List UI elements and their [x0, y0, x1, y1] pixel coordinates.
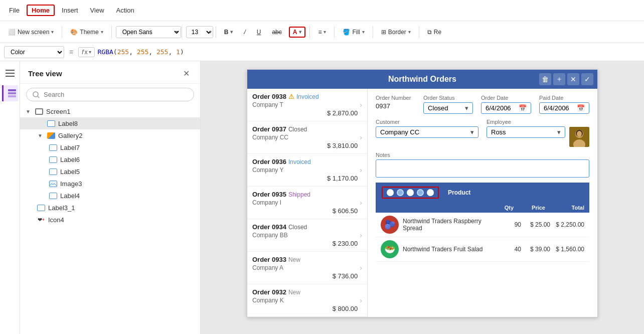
order-number-value: 0937	[376, 102, 415, 110]
order-info-0934: Order 0934 Closed Company BB $ 230.00	[252, 223, 358, 247]
tree-search-container	[26, 88, 194, 101]
order-item-0932[interactable]: Order 0932 New Company K $ 800.00 ›	[247, 284, 367, 317]
order-chevron-0936: ›	[360, 166, 362, 174]
fill-button[interactable]: 🪣 Fill ▾	[339, 27, 368, 38]
order-company-0938: Company T	[252, 101, 358, 108]
col-price-header: Price	[518, 205, 545, 211]
order-item-0933[interactable]: Order 0933 New Company A $ 736.00 ›	[247, 252, 367, 284]
toggle-gallery2[interactable]: ▼	[36, 133, 44, 138]
italic-button[interactable]: /	[240, 27, 249, 38]
underline-button[interactable]: U	[253, 27, 265, 38]
label6-label: Label6	[60, 156, 196, 163]
notes-input[interactable]	[376, 159, 589, 178]
svg-rect-2	[6, 76, 15, 77]
order-item-0937[interactable]: Order 0937 Closed Company CC $ 3,810.00 …	[247, 121, 367, 154]
order-item-0938[interactable]: Order 0938 ⚠ Invoiced Company T $ 2,870.…	[247, 89, 367, 121]
menu-insert[interactable]: Insert	[57, 5, 83, 16]
tree-item-label6[interactable]: Label6	[20, 153, 200, 165]
radio-dot-1[interactable]	[387, 189, 394, 196]
field-order-status: Order Status Closed ▾	[423, 95, 473, 114]
menu-action[interactable]: Action	[111, 5, 139, 16]
employee-select[interactable]: Ross ▾	[487, 126, 565, 138]
screen-icon	[34, 107, 44, 115]
tree-item-label5[interactable]: Label5	[20, 165, 200, 178]
canvas-area: Northwind Orders 🗑 ＋ ✕ ✓ Order 0938	[201, 61, 644, 334]
products-header: Product	[376, 183, 589, 203]
fx-button[interactable]: f x ▾	[78, 47, 94, 57]
product-total-2: $ 1,560.00	[554, 246, 584, 253]
close-button[interactable]: ✕	[567, 73, 579, 85]
font-size-select[interactable]: 13 11 14 16	[186, 26, 213, 38]
product-qty-1: 90	[506, 221, 521, 228]
order-amount-0934: $ 230.00	[252, 240, 358, 247]
detail-row-2: Customer Company CC ▾ Employee Ross	[376, 119, 589, 147]
order-chevron-0937: ›	[360, 133, 362, 141]
order-num-text-0932: Order 0932	[252, 288, 286, 296]
label5-label: Label5	[60, 168, 196, 176]
tree-item-gallery2[interactable]: ▼ Gallery2	[20, 129, 200, 141]
border-button[interactable]: ⊞ Border ▾	[377, 27, 415, 38]
app-header: Northwind Orders 🗑 ＋ ✕ ✓	[247, 70, 597, 89]
menu-home[interactable]: Home	[27, 5, 55, 16]
fill-chevron: ▾	[362, 29, 365, 35]
order-number-0936: Order 0936 Invoiced	[252, 158, 358, 165]
svg-rect-4	[8, 92, 16, 94]
tree-item-label7[interactable]: Label7	[20, 141, 200, 153]
tree-item-label4[interactable]: Label4	[20, 190, 200, 202]
order-number-0935: Order 0935 Shipped	[252, 191, 358, 198]
tree-item-icon4[interactable]: ❤+ Icon4	[20, 214, 200, 226]
tree-search-input[interactable]	[44, 91, 188, 98]
bold-button[interactable]: B ▾	[220, 27, 237, 38]
menu-view[interactable]: View	[85, 5, 109, 16]
tree-close-button[interactable]: ✕	[180, 67, 192, 79]
svg-rect-0	[6, 70, 15, 71]
order-amount-0932: $ 800.00	[252, 305, 358, 312]
strikethrough-button[interactable]: abc	[268, 27, 285, 38]
font-family-select[interactable]: Open Sans Arial Calibri	[116, 26, 181, 38]
new-screen-button[interactable]: ⬜ New screen ▾	[4, 27, 58, 38]
paid-date-input[interactable]: 6/4/2006 📅	[539, 102, 589, 114]
formula-dropdown[interactable]: Color Fill Border	[4, 46, 64, 58]
radio-dot-4[interactable]	[417, 189, 424, 196]
app-body: Order 0938 ⚠ Invoiced Company T $ 2,870.…	[247, 89, 597, 317]
col-product-label: Product	[448, 189, 562, 196]
employee-value: Ross	[491, 128, 506, 136]
tree-item-label8[interactable]: Label8	[20, 117, 200, 129]
align-button[interactable]: ≡ ▾	[314, 27, 330, 38]
order-number-label: Order Number	[376, 95, 415, 101]
check-button[interactable]: ✓	[581, 73, 593, 85]
customer-select[interactable]: Company CC ▾	[376, 126, 478, 138]
font-color-button[interactable]: A ▾	[289, 27, 306, 38]
order-item-0935[interactable]: Order 0935 Shipped Company I $ 606.50 ›	[247, 187, 367, 219]
icon4-label: Icon4	[48, 216, 196, 224]
customer-label: Customer	[376, 119, 478, 125]
radio-dot-2[interactable]	[397, 189, 404, 196]
fx-chevron: ▾	[89, 49, 91, 55]
tree-item-screen1[interactable]: ▼ Screen1	[20, 105, 200, 117]
order-status-0938: Invoiced	[296, 93, 319, 100]
formula-value: RGBA(255, 255, 255, 1)	[98, 48, 184, 56]
tree-item-label3-1[interactable]: Label3_1	[20, 202, 200, 214]
label7-label: Label7	[60, 144, 196, 151]
order-date-input[interactable]: 6/4/2006 📅	[481, 102, 531, 114]
tree-item-image3[interactable]: Image3	[20, 178, 200, 190]
toggle-screen1[interactable]: ▼	[24, 109, 32, 114]
divider-5	[309, 26, 310, 38]
font-color-chevron: ▾	[299, 29, 301, 35]
detail-row-1: Order Number 0937 Order Status Closed ▾ …	[376, 95, 589, 114]
label7-icon	[48, 143, 58, 151]
order-status-select[interactable]: Closed ▾	[423, 102, 473, 114]
order-item-0934[interactable]: Order 0934 Closed Company BB $ 230.00 ›	[247, 219, 367, 252]
radio-dot-3[interactable]	[407, 189, 414, 196]
menu-file[interactable]: File	[4, 5, 25, 16]
order-item-0936[interactable]: Order 0936 Invoiced Company Y $ 1,170.00…	[247, 154, 367, 187]
main-layout: Tree view ✕ ▼ Screen1	[0, 61, 644, 334]
theme-button[interactable]: 🎨 Theme ▾	[66, 27, 107, 38]
delete-button[interactable]: 🗑	[539, 73, 551, 85]
menu-bar: File Home Insert View Action	[0, 0, 644, 21]
hamburger-menu-button[interactable]	[2, 65, 18, 81]
radio-dot-5[interactable]	[427, 189, 434, 196]
add-button[interactable]: ＋	[553, 73, 565, 85]
layers-button[interactable]	[2, 85, 18, 101]
re-button[interactable]: ⧉ Re	[423, 27, 445, 38]
